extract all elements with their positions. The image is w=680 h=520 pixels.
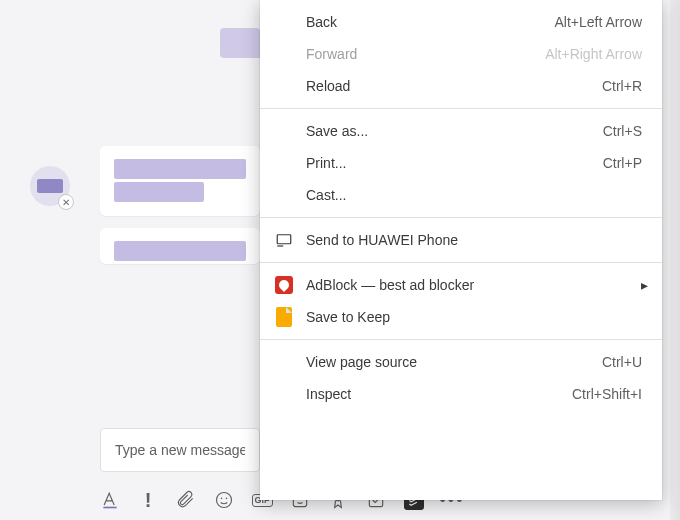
svg-point-2: [221, 498, 223, 500]
ctx-label: Back: [306, 14, 554, 30]
avatar-circle: ✕: [30, 166, 70, 206]
ctx-label: Send to HUAWEI Phone: [306, 232, 642, 248]
ctx-accel: Ctrl+S: [603, 123, 642, 139]
compose-input[interactable]: Type a new message: [100, 428, 260, 472]
ctx-label: Print...: [306, 155, 603, 171]
ctx-view-source[interactable]: View page source Ctrl+U: [260, 346, 662, 378]
ctx-accel: Ctrl+R: [602, 78, 642, 94]
ctx-label: Inspect: [306, 386, 572, 402]
avatar-initials-placeholder: [37, 179, 63, 193]
ctx-send-huawei[interactable]: Send to HUAWEI Phone: [260, 224, 662, 256]
svg-rect-9: [277, 235, 291, 244]
message-text-redacted: [114, 159, 246, 179]
ctx-adblock[interactable]: AdBlock — best ad blocker ▸: [260, 269, 662, 301]
ctx-forward: Forward Alt+Right Arrow: [260, 38, 662, 70]
message-text-redacted: [114, 182, 204, 202]
outgoing-message-fragment: [220, 28, 260, 58]
svg-point-1: [217, 493, 232, 508]
message-text-redacted: [114, 241, 246, 261]
emoji-icon[interactable]: [214, 490, 234, 510]
incoming-message[interactable]: [100, 228, 260, 264]
ctx-separator: [260, 339, 662, 340]
ctx-inspect[interactable]: Inspect Ctrl+Shift+I: [260, 378, 662, 410]
ctx-separator: [260, 262, 662, 263]
ctx-reload[interactable]: Reload Ctrl+R: [260, 70, 662, 102]
ctx-separator: [260, 108, 662, 109]
ctx-label: Save as...: [306, 123, 603, 139]
compose-placeholder: Type a new message: [115, 442, 245, 458]
ctx-label: Save to Keep: [306, 309, 642, 325]
sender-avatar[interactable]: ✕: [30, 166, 70, 206]
ctx-separator: [260, 217, 662, 218]
cast-device-icon: [274, 230, 294, 250]
ctx-print[interactable]: Print... Ctrl+P: [260, 147, 662, 179]
ctx-cast[interactable]: Cast...: [260, 179, 662, 211]
ctx-back[interactable]: Back Alt+Left Arrow: [260, 6, 662, 38]
ctx-label: Forward: [306, 46, 545, 62]
ctx-accel: Alt+Left Arrow: [554, 14, 642, 30]
incoming-message[interactable]: [100, 146, 260, 216]
ctx-accel: Alt+Right Arrow: [545, 46, 642, 62]
submenu-caret-icon: ▸: [641, 277, 648, 293]
ctx-label: AdBlock — best ad blocker: [306, 277, 642, 293]
ctx-save-as[interactable]: Save as... Ctrl+S: [260, 115, 662, 147]
ctx-label: Cast...: [306, 187, 642, 203]
ctx-accel: Ctrl+Shift+I: [572, 386, 642, 402]
ctx-accel: Ctrl+U: [602, 354, 642, 370]
presence-offline-icon: ✕: [58, 194, 74, 210]
svg-point-3: [226, 498, 228, 500]
adblock-icon: [274, 275, 294, 295]
ctx-label: Reload: [306, 78, 602, 94]
ctx-accel: Ctrl+P: [603, 155, 642, 171]
context-menu: Back Alt+Left Arrow Forward Alt+Right Ar…: [260, 0, 662, 500]
priority-icon[interactable]: !: [138, 490, 158, 510]
ctx-label: View page source: [306, 354, 602, 370]
keep-icon: [274, 307, 294, 327]
ctx-save-to-keep[interactable]: Save to Keep: [260, 301, 662, 333]
format-icon[interactable]: [100, 490, 120, 510]
attach-icon[interactable]: [176, 490, 196, 510]
